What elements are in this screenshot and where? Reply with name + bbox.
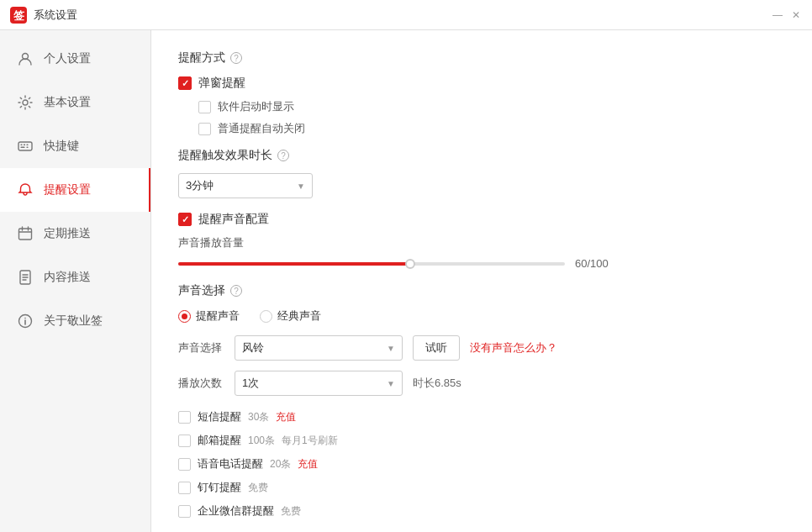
svg-rect-8	[21, 147, 25, 149]
calendar-icon	[17, 225, 34, 242]
sidebar-label-shortcuts: 快捷键	[44, 139, 79, 154]
sub-option-row-2: 普通提醒自动关闭	[198, 121, 785, 136]
voice-action[interactable]: 充值	[298, 457, 318, 471]
sound-dropdown[interactable]: 风铃 ▼	[235, 335, 403, 361]
volume-slider-track[interactable]	[178, 262, 565, 266]
sms-count: 30条	[248, 410, 269, 424]
voice-checkbox[interactable]	[178, 458, 191, 471]
settings-icon	[17, 94, 34, 111]
help-sound-icon[interactable]: ?	[230, 285, 242, 297]
sub-option1-label: 软件启动时显示	[218, 99, 294, 114]
main-content: 提醒方式 ? 弹窗提醒 软件启动时显示 普通提醒自动关闭	[151, 30, 812, 532]
dropdown-arrow-icon: ▼	[297, 182, 305, 191]
sidebar-label-personal: 个人设置	[44, 51, 91, 66]
sidebar-item-shortcuts[interactable]: 快捷键	[0, 124, 150, 168]
playcount-dropdown-arrow-icon: ▼	[387, 379, 395, 388]
svg-point-3	[23, 100, 28, 105]
sub-option2-label: 普通提醒自动关闭	[218, 121, 305, 136]
voice-count: 20条	[270, 457, 291, 471]
sound-config-label: 提醒声音配置	[198, 212, 269, 227]
wechat-note: 免费	[281, 504, 301, 519]
email-count: 100条	[248, 434, 275, 448]
sidebar-item-personal[interactable]: 个人设置	[0, 37, 150, 81]
sms-checkbox[interactable]	[178, 411, 191, 424]
sound-radio-group: 提醒声音 经典声音	[178, 308, 785, 324]
sound-config-checkbox[interactable]	[178, 213, 192, 226]
sms-row: 短信提醒 30条 充值	[178, 409, 785, 424]
keyboard-icon	[17, 138, 34, 155]
sidebar-item-basic[interactable]: 基本设置	[0, 81, 150, 124]
sidebar-label-basic: 基本设置	[44, 95, 91, 110]
bell-icon	[17, 182, 34, 198]
dingding-row: 钉钉提醒 免费	[178, 480, 785, 495]
help-duration-icon[interactable]: ?	[277, 150, 289, 161]
playcount-label: 播放次数	[178, 376, 224, 391]
sound-select-section-label: 声音选择 ?	[178, 283, 785, 298]
document-icon	[17, 269, 34, 286]
sound-dropdown-label: 声音选择	[178, 340, 224, 356]
close-button[interactable]: ✕	[790, 9, 802, 21]
duration-dropdown-row: 3分钟 ▼	[178, 173, 785, 198]
app-logo-icon: 签	[10, 7, 27, 24]
sidebar-item-schedule[interactable]: 定期推送	[0, 212, 150, 255]
popup-label: 弹窗提醒	[198, 76, 245, 91]
svg-text:签: 签	[13, 9, 25, 22]
email-label: 邮箱提醒	[198, 433, 241, 448]
sound-dropdown-arrow-icon: ▼	[387, 344, 395, 353]
volume-slider-thumb	[405, 259, 415, 269]
dingding-checkbox[interactable]	[178, 482, 191, 494]
svg-rect-6	[24, 145, 25, 146]
radio-notify[interactable]	[178, 310, 191, 323]
email-note: 每月1号刷新	[282, 434, 338, 448]
duration-dropdown[interactable]: 3分钟 ▼	[178, 173, 313, 198]
window-title: 系统设置	[34, 8, 77, 23]
wechat-row: 企业微信群提醒 免费	[178, 503, 785, 519]
duration-sound-text: 时长6.85s	[413, 376, 461, 391]
sound-config-row: 提醒声音配置	[178, 212, 785, 227]
svg-rect-9	[27, 147, 29, 149]
sound-dropdown-row: 声音选择 风铃 ▼ 试听 没有声音怎么办？	[178, 335, 785, 361]
radio-notify-label: 提醒声音	[196, 308, 240, 324]
titlebar-buttons: — ✕	[772, 9, 802, 21]
minimize-button[interactable]: —	[772, 9, 783, 21]
email-checkbox[interactable]	[178, 435, 191, 447]
content-area: 个人设置 基本设置	[0, 30, 812, 532]
sidebar: 个人设置 基本设置	[0, 30, 151, 532]
titlebar-left: 签 系统设置	[10, 7, 77, 24]
trial-button[interactable]: 试听	[413, 335, 460, 361]
sub-option1-checkbox[interactable]	[198, 101, 211, 113]
volume-label: 声音播放音量	[178, 235, 785, 250]
sub-option-row-1: 软件启动时显示	[198, 99, 785, 114]
no-sound-link[interactable]: 没有声音怎么办？	[470, 340, 557, 356]
svg-rect-10	[19, 229, 32, 240]
sidebar-item-content[interactable]: 内容推送	[0, 255, 150, 299]
sms-label: 短信提醒	[198, 409, 241, 424]
playcount-row: 播放次数 1次 ▼ 时长6.85s	[178, 371, 785, 396]
wechat-checkbox[interactable]	[178, 505, 191, 518]
sidebar-label-schedule: 定期推送	[44, 226, 91, 241]
popup-checkbox-row: 弹窗提醒	[178, 76, 785, 91]
volume-value: 60/100	[575, 257, 609, 270]
info-icon	[17, 313, 34, 329]
sidebar-item-notify[interactable]: 提醒设置	[0, 168, 150, 212]
radio-notify-row[interactable]: 提醒声音	[178, 308, 240, 324]
dingding-label: 钉钉提醒	[198, 480, 241, 495]
radio-classic-label: 经典声音	[277, 308, 321, 324]
radio-classic[interactable]	[260, 310, 272, 323]
sub-option2-checkbox[interactable]	[198, 123, 211, 135]
voice-label: 语音电话提醒	[198, 456, 263, 471]
svg-rect-4	[18, 142, 32, 150]
app-window: 签 系统设置 — ✕ 个人设置	[0, 0, 812, 532]
sms-action[interactable]: 充值	[276, 410, 296, 424]
sidebar-label-content: 内容推送	[44, 270, 91, 285]
sidebar-item-about[interactable]: 关于敬业签	[0, 299, 150, 343]
popup-checkbox[interactable]	[178, 76, 192, 90]
svg-point-13	[24, 318, 26, 319]
email-row: 邮箱提醒 100条 每月1号刷新	[178, 433, 785, 448]
playcount-dropdown[interactable]: 1次 ▼	[235, 371, 403, 396]
titlebar: 签 系统设置 — ✕	[0, 0, 812, 30]
volume-section: 声音播放音量 60/100	[178, 235, 785, 270]
help-notify-icon[interactable]: ?	[230, 52, 242, 64]
sidebar-label-about: 关于敬业签	[44, 313, 103, 329]
radio-classic-row[interactable]: 经典声音	[260, 308, 321, 324]
